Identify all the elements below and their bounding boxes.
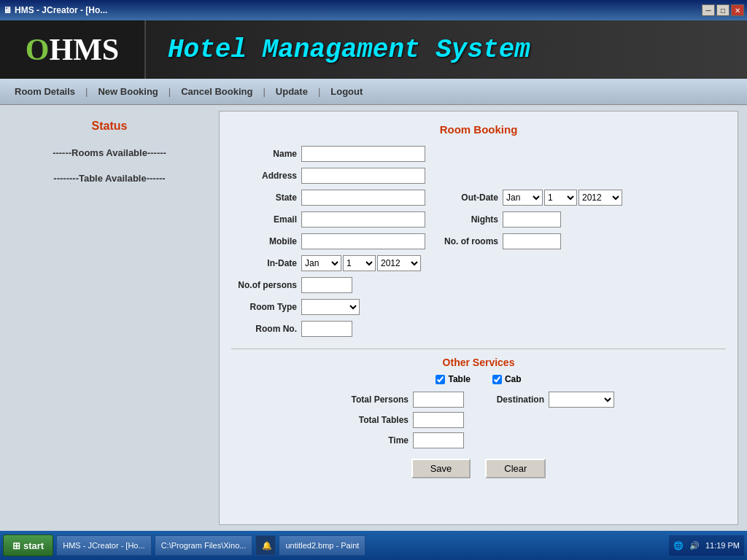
table-checkbox[interactable]: [436, 375, 445, 384]
room-no-input[interactable]: [301, 321, 352, 337]
main-content: Status ------Rooms Available------ -----…: [0, 105, 747, 531]
outdate-day-select[interactable]: 123: [544, 190, 577, 206]
taskbar-item-1[interactable]: C:\Program Files\Xino...: [155, 535, 253, 556]
cab-checkbox-label[interactable]: Cab: [492, 374, 522, 384]
persons-input[interactable]: [301, 277, 352, 293]
address-row: Address: [231, 168, 425, 184]
outdate-year-select[interactable]: 20122013: [578, 190, 622, 206]
nights-row: Nights: [440, 211, 622, 228]
table-label: Table: [448, 374, 470, 384]
indate-row: In-Date JanFebMarAprMayJunJulAugSepOctNo…: [231, 255, 425, 271]
nav-sep-2: |: [166, 86, 174, 97]
app-title: Hotel Managament System: [146, 35, 530, 65]
taskbar-item-0[interactable]: HMS - JCreator - [Ho...: [56, 535, 151, 556]
nav-cancel-booking[interactable]: Cancel Booking: [174, 86, 260, 97]
total-tables-label: Total Tables: [343, 415, 409, 425]
window-controls: ─ □ ✕: [702, 4, 744, 16]
nights-label: Nights: [440, 214, 498, 225]
cab-label: Cab: [505, 374, 522, 384]
nav-logout[interactable]: Logout: [323, 86, 370, 97]
state-row: State: [231, 190, 425, 206]
persons-row: No.of persons: [231, 277, 425, 293]
name-row: Name: [231, 146, 425, 162]
checkbox-row: Table Cab: [231, 374, 726, 384]
taskbar-icon-2: 🔔: [262, 541, 272, 551]
name-input[interactable]: [301, 146, 425, 162]
persons-label: No.of persons: [231, 280, 297, 290]
email-input[interactable]: [301, 211, 425, 228]
outdate-row: Out-Date JanFebMar 123 20122013: [440, 190, 622, 206]
taskbar-item-2[interactable]: 🔔: [255, 535, 276, 556]
rooms-available: ------Rooms Available------: [53, 147, 166, 158]
taskbar-item-3[interactable]: untitled2.bmp - Paint: [279, 535, 365, 556]
name-label: Name: [231, 149, 297, 159]
address-input[interactable]: [301, 168, 425, 184]
taskbar-time: 11:19 PM: [705, 541, 740, 550]
time-input[interactable]: [413, 432, 464, 448]
sys-tray: 🌐 🔊 11:19 PM: [669, 535, 744, 556]
window-titlebar: 🖥 HMS - JCreator - [Ho... ─ □ ✕: [0, 0, 747, 20]
total-persons-label: Total Persons: [343, 394, 409, 405]
minimize-button[interactable]: ─: [702, 4, 715, 16]
mobile-row: Mobile: [231, 233, 425, 249]
clear-button[interactable]: Clear: [485, 459, 546, 478]
other-services-title: Other Services: [231, 357, 726, 368]
total-persons-row: Total Persons: [343, 392, 464, 408]
room-booking-title: Room Booking: [231, 123, 726, 136]
network-icon: 🌐: [673, 541, 684, 551]
nav-sep-3: |: [260, 86, 268, 97]
services-right: Destination LocalAirportStation: [486, 392, 614, 448]
email-label: Email: [231, 214, 297, 225]
nav-update[interactable]: Update: [268, 86, 315, 97]
norooms-input[interactable]: [503, 233, 561, 249]
start-button[interactable]: ⊞ start: [3, 534, 53, 556]
indate-month-select[interactable]: JanFebMarAprMayJunJulAugSepOctNovDec: [301, 255, 341, 271]
mobile-input[interactable]: [301, 233, 425, 249]
form-right: Out-Date JanFebMar 123 20122013: [440, 146, 622, 337]
indate-day-select[interactable]: 123: [343, 255, 376, 271]
outdate-group: JanFebMar 123 20122013: [503, 190, 622, 206]
logo-area: OHMS: [0, 20, 146, 79]
sound-icon: 🔊: [689, 541, 700, 551]
mobile-label: Mobile: [231, 236, 297, 246]
other-services-section: Other Services Table Cab Total Persons: [231, 349, 726, 448]
save-button[interactable]: Save: [411, 459, 471, 478]
indate-label: In-Date: [231, 258, 297, 268]
room-no-label: Room No.: [231, 324, 297, 334]
maximize-button[interactable]: □: [716, 4, 729, 16]
indate-year-select[interactable]: 20122013: [377, 255, 421, 271]
nav-room-details[interactable]: Room Details: [7, 86, 82, 97]
logo-text: OHMS: [26, 32, 119, 67]
table-checkbox-label[interactable]: Table: [436, 374, 470, 384]
destination-select[interactable]: LocalAirportStation: [549, 392, 614, 408]
start-icon: ⊞: [12, 540, 20, 551]
app-icon: 🖥: [3, 5, 12, 15]
taskbar-right: 🌐 🔊 11:19 PM: [669, 535, 744, 556]
room-no-row: Room No.: [231, 321, 425, 337]
total-tables-input[interactable]: [413, 412, 464, 428]
nights-input[interactable]: [503, 211, 561, 228]
tables-available: --------Table Available------: [53, 173, 165, 184]
status-title: Status: [92, 120, 128, 133]
close-button[interactable]: ✕: [731, 4, 744, 16]
button-row: Save Clear: [231, 459, 726, 478]
norooms-label: No. of rooms: [440, 236, 498, 246]
outdate-month-select[interactable]: JanFebMar: [503, 190, 543, 206]
services-left: Total Persons Total Tables Time: [343, 392, 464, 448]
room-type-row: Room Type StandardDeluxeSuite: [231, 299, 425, 315]
app-header: OHMS Hotel Managament System: [0, 20, 747, 79]
state-input[interactable]: [301, 190, 425, 206]
window-title: 🖥 HMS - JCreator - [Ho...: [3, 5, 107, 15]
norooms-row: No. of rooms: [440, 233, 622, 249]
nav-sep-1: |: [82, 86, 90, 97]
cab-checkbox[interactable]: [492, 375, 502, 384]
total-persons-input[interactable]: [413, 392, 464, 408]
nav-new-booking[interactable]: New Booking: [90, 86, 165, 97]
form-left: Name Address State Email Mobile: [231, 146, 425, 337]
nav-bar: Room Details | New Booking | Cancel Book…: [0, 79, 747, 105]
destination-label: Destination: [486, 394, 544, 405]
email-row: Email: [231, 211, 425, 228]
room-type-select[interactable]: StandardDeluxeSuite: [301, 299, 360, 315]
right-panel: Room Booking Name Address State Email: [219, 111, 738, 525]
time-row: Time: [343, 432, 464, 448]
